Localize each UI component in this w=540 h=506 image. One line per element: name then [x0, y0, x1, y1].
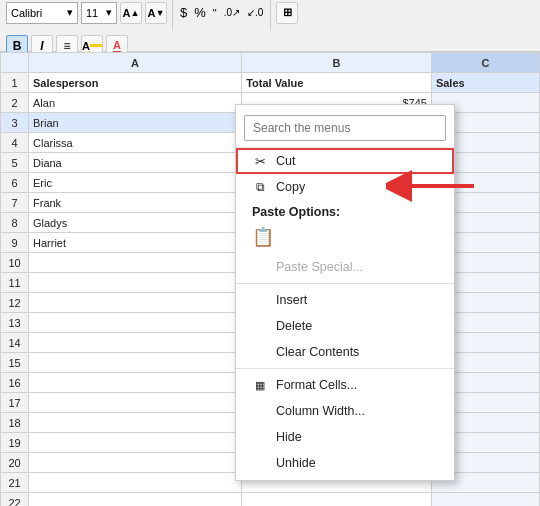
cut-label: Cut	[276, 154, 295, 168]
copy-label: Copy	[276, 180, 305, 194]
font-name-dropdown[interactable]: Calibri ▾	[6, 2, 78, 24]
grow-font-button[interactable]: A▲	[120, 2, 142, 24]
header-salesperson: Salesperson	[29, 73, 242, 93]
row-number: 5	[1, 153, 29, 173]
cell-sales[interactable]	[431, 493, 539, 507]
clear-contents-menu-item[interactable]: Clear Contents	[236, 339, 454, 365]
cell-salesperson[interactable]	[29, 313, 242, 333]
cell-salesperson[interactable]	[29, 433, 242, 453]
row-number: 14	[1, 333, 29, 353]
format-cells-icon: ▦	[252, 377, 268, 393]
row-number: 18	[1, 413, 29, 433]
search-box-wrap	[236, 109, 454, 148]
hide-icon	[252, 429, 268, 445]
comma-button[interactable]: "	[211, 7, 219, 19]
row-number: 11	[1, 273, 29, 293]
cell-salesperson[interactable]	[29, 373, 242, 393]
col-c-header[interactable]: C	[431, 53, 539, 73]
cell-salesperson[interactable]: Diana	[29, 153, 242, 173]
col-b-header[interactable]: B	[242, 53, 432, 73]
cell-salesperson[interactable]	[29, 293, 242, 313]
row-number: 21	[1, 473, 29, 493]
cell-salesperson[interactable]	[29, 473, 242, 493]
row-number: 8	[1, 213, 29, 233]
cell-salesperson[interactable]	[29, 453, 242, 473]
cell-total-value[interactable]	[242, 493, 432, 507]
divider2	[270, 0, 271, 31]
unhide-menu-item[interactable]: Unhide	[236, 450, 454, 476]
cell-salesperson[interactable]: Brian	[29, 113, 242, 133]
row-number: 9	[1, 233, 29, 253]
row-number: 2	[1, 93, 29, 113]
border-button[interactable]: ⊞	[276, 2, 298, 24]
paste-special-label: Paste Special...	[276, 260, 363, 274]
cell-salesperson[interactable]	[29, 353, 242, 373]
font-section: Calibri ▾ 11 ▾ A▲ A▼ $ % " .0↗ ↙.0 ⊞ B I…	[6, 0, 298, 57]
font-size-chevron: ▾	[106, 6, 112, 19]
paste-options-label: Paste Options:	[236, 200, 454, 224]
cell-salesperson[interactable]: Eric	[29, 173, 242, 193]
row-number: 17	[1, 393, 29, 413]
copy-icon: ⧉	[252, 179, 268, 195]
row-number: 13	[1, 313, 29, 333]
column-width-menu-item[interactable]: Column Width...	[236, 398, 454, 424]
dec-decimal-button[interactable]: ↙.0	[245, 7, 265, 18]
cell-salesperson[interactable]	[29, 393, 242, 413]
row-number: 16	[1, 373, 29, 393]
clear-contents-label: Clear Contents	[276, 345, 359, 359]
row-number: 10	[1, 253, 29, 273]
row-number: 3	[1, 113, 29, 133]
cut-icon: ✂	[252, 153, 268, 169]
delete-label: Delete	[276, 319, 312, 333]
currency-button[interactable]: $	[178, 5, 189, 20]
cell-salesperson[interactable]: Gladys	[29, 213, 242, 233]
row-number: 4	[1, 133, 29, 153]
context-menu: ✂ Cut ⧉ Copy Paste Options: 📋 Paste Spec…	[235, 104, 455, 481]
cell-salesperson[interactable]: Harriet	[29, 233, 242, 253]
cell-salesperson[interactable]	[29, 493, 242, 507]
separator-2	[236, 368, 454, 369]
row-number: 20	[1, 453, 29, 473]
font-name-value: Calibri	[11, 7, 42, 19]
clear-contents-icon	[252, 344, 268, 360]
insert-icon	[252, 292, 268, 308]
cell-salesperson[interactable]: Clarissa	[29, 133, 242, 153]
divider1	[172, 0, 173, 31]
search-menus-input[interactable]	[244, 115, 446, 141]
spreadsheet: A B C 1 Salesperson Total Value Sales 2A…	[0, 52, 540, 506]
inc-decimal-button[interactable]: .0↗	[222, 7, 242, 18]
font-top-row: Calibri ▾ 11 ▾ A▲ A▼ $ % " .0↗ ↙.0 ⊞	[6, 0, 298, 31]
table-row[interactable]: 22	[1, 493, 540, 507]
cell-salesperson[interactable]	[29, 253, 242, 273]
row-number: 19	[1, 433, 29, 453]
cell-salesperson[interactable]	[29, 273, 242, 293]
toolbar: Calibri ▾ 11 ▾ A▲ A▼ $ % " .0↗ ↙.0 ⊞ B I…	[0, 0, 540, 52]
row-number: 12	[1, 293, 29, 313]
separator-1	[236, 283, 454, 284]
row-number: 7	[1, 193, 29, 213]
header-sales: Sales	[431, 73, 539, 93]
delete-menu-item[interactable]: Delete	[236, 313, 454, 339]
insert-menu-item[interactable]: Insert	[236, 287, 454, 313]
font-name-chevron: ▾	[67, 6, 73, 19]
paste-icon-row[interactable]: 📋	[236, 224, 454, 254]
format-cells-menu-item[interactable]: ▦ Format Cells...	[236, 372, 454, 398]
paste-special-icon	[252, 259, 268, 275]
percent-button[interactable]: %	[192, 5, 208, 20]
delete-icon	[252, 318, 268, 334]
hide-menu-item[interactable]: Hide	[236, 424, 454, 450]
font-size-dropdown[interactable]: 11 ▾	[81, 2, 117, 24]
cell-salesperson[interactable]	[29, 333, 242, 353]
column-headers-row: A B C	[1, 53, 540, 73]
cut-menu-item[interactable]: ✂ Cut	[236, 148, 454, 174]
col-a-header[interactable]: A	[29, 53, 242, 73]
hide-label: Hide	[276, 430, 302, 444]
copy-menu-item[interactable]: ⧉ Copy	[236, 174, 454, 200]
cell-salesperson[interactable]: Alan	[29, 93, 242, 113]
cell-salesperson[interactable]	[29, 413, 242, 433]
format-cells-label: Format Cells...	[276, 378, 357, 392]
shrink-font-button[interactable]: A▼	[145, 2, 167, 24]
paste-clipboard-icon: 📋	[252, 226, 274, 248]
cell-salesperson[interactable]: Frank	[29, 193, 242, 213]
insert-label: Insert	[276, 293, 307, 307]
